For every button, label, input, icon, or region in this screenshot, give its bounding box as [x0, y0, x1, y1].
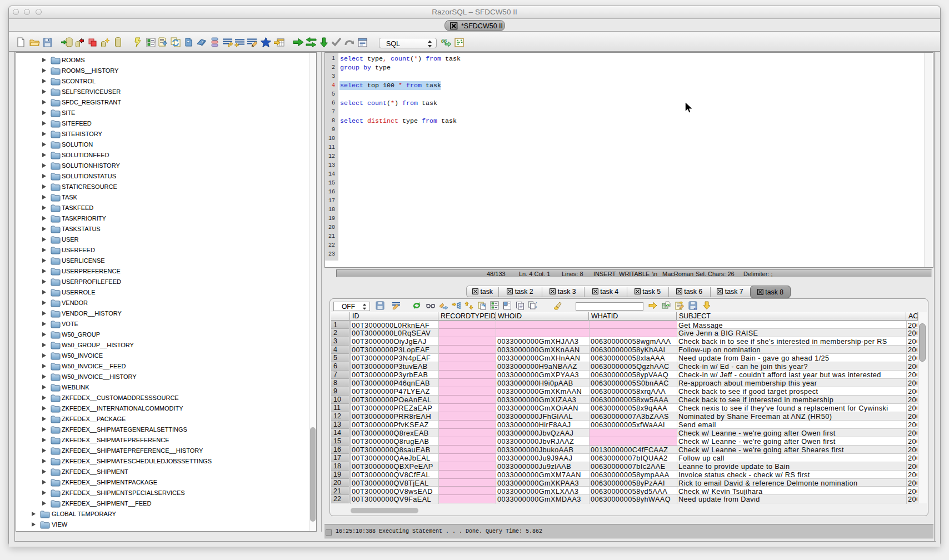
- svg-text:66: 66: [441, 38, 447, 44]
